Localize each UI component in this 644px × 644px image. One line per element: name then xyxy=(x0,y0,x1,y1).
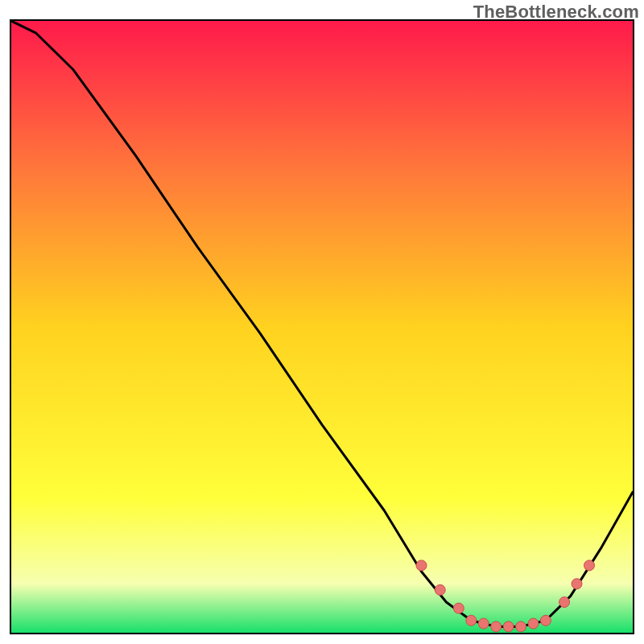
chart-overlay xyxy=(11,21,633,633)
curve-dot xyxy=(528,618,539,629)
chart-stage: TheBottleneck.com xyxy=(0,0,644,644)
bottleneck-curve-line xyxy=(11,21,633,626)
curve-dot xyxy=(540,615,551,625)
curve-dot xyxy=(503,621,514,632)
curve-dot xyxy=(559,597,570,608)
plot-area xyxy=(10,19,634,634)
curve-dot xyxy=(416,560,427,571)
curve-dot xyxy=(572,579,582,589)
curve-dot xyxy=(453,603,464,613)
watermark-text: TheBottleneck.com xyxy=(473,2,639,23)
curve-dots-group xyxy=(416,560,595,632)
curve-dot xyxy=(516,621,526,632)
curve-dot xyxy=(478,618,489,629)
curve-dot xyxy=(466,615,477,625)
curve-dot xyxy=(435,584,445,595)
curve-dot xyxy=(584,560,595,571)
curve-dot xyxy=(491,621,502,632)
